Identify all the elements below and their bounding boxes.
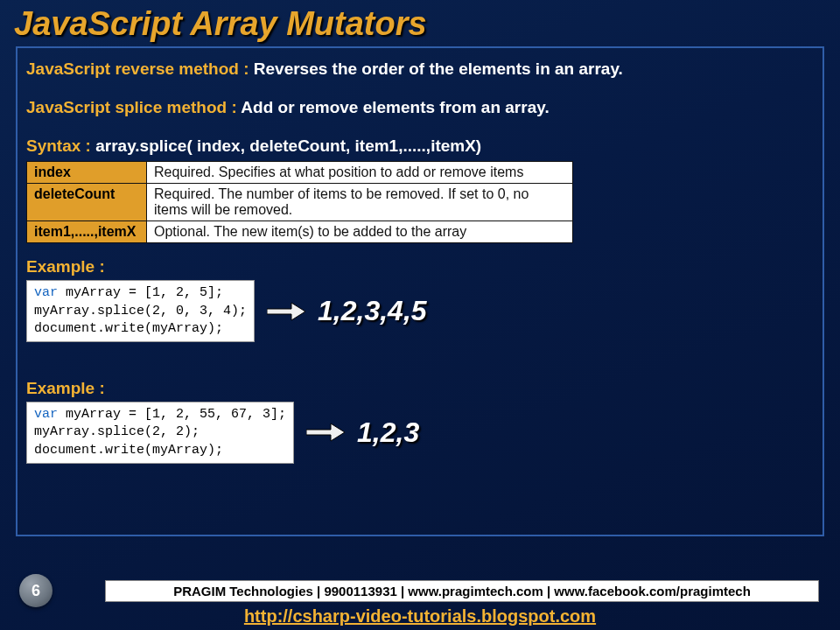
- var-keyword: var: [34, 407, 58, 422]
- reverse-label: JavaScript reverse method :: [26, 60, 254, 78]
- footer-link[interactable]: http://csharp-video-tutorials.blogspot.c…: [244, 606, 596, 626]
- table-row: deleteCount Required. The number of item…: [27, 184, 573, 221]
- example2-heading: Example :: [26, 379, 814, 398]
- param-name: item1,.....,itemX: [27, 221, 147, 243]
- slide: JavaScript Array Mutators JavaScript rev…: [0, 0, 840, 630]
- syntax-line: Syntax : array.splice( index, deleteCoun…: [26, 136, 814, 157]
- slide-title: JavaScript Array Mutators: [0, 0, 840, 46]
- param-name: deleteCount: [27, 184, 147, 221]
- arrow-right-icon: [306, 421, 345, 444]
- page-number: 6: [32, 582, 40, 600]
- example1-code-rest: myArray = [1, 2, 5]; myArray.splice(2, 0…: [34, 285, 247, 336]
- param-desc: Optional. The new item(s) to be added to…: [147, 221, 573, 243]
- example1-output: 1,2,3,4,5: [318, 295, 427, 327]
- param-desc: Required. The number of items to be remo…: [147, 184, 573, 221]
- table-row: item1,.....,itemX Optional. The new item…: [27, 221, 573, 243]
- example1-heading: Example :: [26, 257, 814, 276]
- splice-desc: Add or remove elements from an array.: [241, 98, 549, 116]
- footer-link-row: http://csharp-video-tutorials.blogspot.c…: [0, 606, 840, 626]
- example2-code: var myArray = [1, 2, 55, 67, 3]; myArray…: [26, 402, 294, 464]
- reverse-desc: Reverses the order of the elements in an…: [254, 60, 623, 78]
- example1-row: var myArray = [1, 2, 5]; myArray.splice(…: [26, 280, 814, 342]
- reverse-line: JavaScript reverse method : Reverses the…: [26, 59, 814, 80]
- footer-text: PRAGIM Technologies | 9900113931 | www.p…: [173, 584, 751, 598]
- table-row: index Required. Specifies at what positi…: [27, 162, 573, 184]
- example2-code-rest: myArray = [1, 2, 55, 67, 3]; myArray.spl…: [34, 407, 286, 458]
- footer-bar: PRAGIM Technologies | 9900113931 | www.p…: [105, 580, 819, 602]
- content-box: JavaScript reverse method : Reverses the…: [16, 46, 824, 536]
- param-name: index: [27, 162, 147, 184]
- arrow-right-icon: [267, 300, 305, 323]
- example2-output: 1,2,3: [357, 416, 419, 449]
- param-desc: Required. Specifies at what position to …: [147, 162, 573, 184]
- example1-code: var myArray = [1, 2, 5]; myArray.splice(…: [26, 280, 255, 342]
- syntax-code: array.splice( index, deleteCount, item1,…: [95, 136, 481, 155]
- page-number-badge: 6: [19, 574, 52, 607]
- var-keyword: var: [34, 285, 58, 300]
- splice-label: JavaScript splice method :: [26, 98, 241, 116]
- splice-line: JavaScript splice method : Add or remove…: [26, 97, 814, 118]
- params-table: index Required. Specifies at what positi…: [26, 161, 573, 243]
- syntax-label: Syntax :: [26, 136, 95, 155]
- example2-row: var myArray = [1, 2, 55, 67, 3]; myArray…: [26, 402, 814, 464]
